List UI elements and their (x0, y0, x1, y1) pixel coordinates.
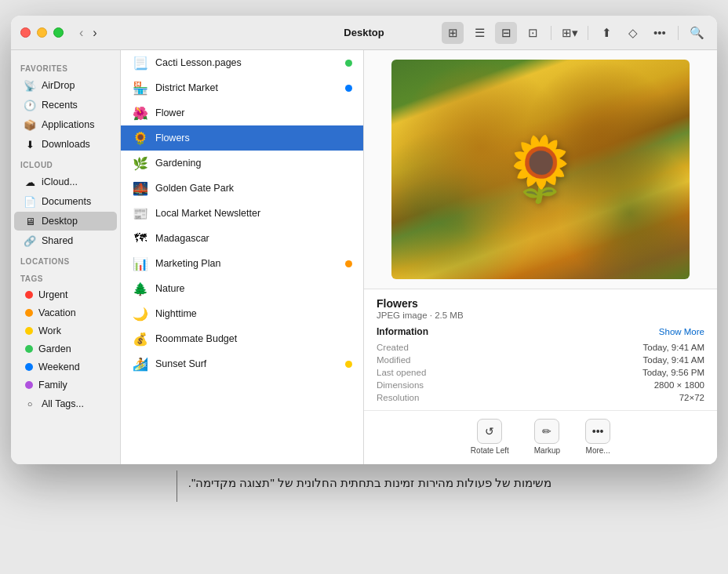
info-section-title: Information (377, 326, 428, 337)
sidebar-item-documents[interactable]: 📄 Documents (14, 192, 117, 211)
file-status-dot (345, 361, 352, 368)
info-label: Modified (377, 355, 410, 365)
file-name: Flowers (155, 133, 352, 144)
group-by-button[interactable]: ⊞▾ (559, 22, 581, 44)
file-item[interactable]: 🗺Madagascar (121, 226, 363, 251)
sidebar-item-label: Shared (42, 235, 73, 246)
list-view-button[interactable]: ☰ (468, 22, 490, 44)
file-item[interactable]: 🌻Flowers (121, 125, 363, 151)
sidebar-item-label: Downloads (42, 139, 90, 150)
file-name: Local Market Newsletter (155, 208, 352, 219)
more-button[interactable]: ••• (649, 22, 671, 44)
file-item[interactable]: 🌙Nighttime (121, 301, 363, 326)
info-header: Information Show More (377, 326, 704, 337)
info-value: Today, 9:41 AM (643, 343, 704, 352)
all-tags-icon: ○ (24, 398, 36, 410)
sidebar-item-airdrop[interactable]: 📡 AirDrop (14, 76, 117, 95)
file-icon: 🌉 (132, 180, 149, 197)
file-item[interactable]: 🏪District Market (121, 75, 363, 100)
file-item[interactable]: 📊Marketing Plan (121, 251, 363, 276)
column-view-button[interactable]: ⊟ (495, 22, 517, 44)
share-button[interactable]: ⬆ (595, 22, 617, 44)
family-tag-dot (25, 381, 33, 389)
toolbar-divider-3 (678, 26, 679, 40)
maximize-button[interactable] (53, 27, 64, 38)
file-item[interactable]: 🌲Nature (121, 276, 363, 301)
file-item[interactable]: 📰Local Market Newsletter (121, 201, 363, 226)
file-list: 📃Cacti Lesson.pages🏪District Market🌺Flow… (121, 50, 364, 464)
icon-view-button[interactable]: ⊞ (442, 22, 464, 44)
file-icon: 🌺 (132, 104, 149, 122)
file-icon: 📊 (132, 255, 149, 272)
sidebar-item-label: Garden (38, 343, 71, 354)
file-name: Roommate Budget (155, 333, 352, 344)
recents-icon: 🕐 (24, 99, 36, 111)
toolbar-divider-2 (588, 26, 588, 40)
file-item[interactable]: 🌺Flower (121, 100, 363, 125)
file-name: Flower (155, 107, 352, 118)
locations-label: Locations (11, 251, 120, 268)
tag-button[interactable]: ◇ (622, 22, 644, 44)
file-item[interactable]: 💰Roommate Budget (121, 326, 363, 351)
sidebar-item-recents[interactable]: 🕐 Recents (14, 96, 117, 114)
file-name: District Market (155, 82, 340, 93)
main-content: Favorites 📡 AirDrop 🕐 Recents 📦 Applicat… (11, 50, 717, 464)
file-icon: 📰 (132, 205, 149, 222)
file-icon: 🌲 (132, 280, 149, 297)
file-status-dot (345, 60, 352, 67)
back-button[interactable]: ‹ (76, 24, 86, 42)
documents-icon: 📄 (24, 195, 36, 208)
show-more-link[interactable]: Show More (659, 327, 704, 336)
traffic-lights (20, 27, 64, 38)
vacation-tag-dot (25, 309, 33, 317)
icloud-icon: ☁ (24, 176, 36, 188)
info-value: 2800 × 1800 (654, 380, 704, 390)
info-label: Dimensions (377, 380, 424, 390)
file-item[interactable]: 🌿Gardening (121, 151, 363, 176)
applications-icon: 📦 (24, 118, 36, 131)
minimize-button[interactable] (37, 27, 47, 38)
airdrop-icon: 📡 (24, 79, 36, 92)
sidebar-item-shared[interactable]: 🔗 Shared (14, 231, 117, 250)
info-value: 72×72 (679, 393, 704, 402)
forward-button[interactable]: › (89, 24, 100, 42)
info-row: CreatedToday, 9:41 AM (377, 341, 704, 354)
file-icon: 🗺 (132, 230, 149, 247)
sidebar-item-applications[interactable]: 📦 Applications (14, 115, 117, 134)
rotate-left-label: Rotate Left (471, 446, 509, 455)
file-status-dot (345, 85, 352, 92)
sidebar-item-weekend[interactable]: Weekend (14, 358, 117, 376)
sidebar-item-vacation[interactable]: Vacation (14, 304, 117, 322)
nav-buttons: ‹ › (76, 24, 100, 42)
shared-icon: 🔗 (24, 234, 36, 247)
file-item[interactable]: 🏄Sunset Surf (121, 351, 363, 376)
info-value: Today, 9:41 AM (643, 355, 704, 365)
sidebar-item-label: Urgent (38, 289, 68, 300)
search-button[interactable]: 🔍 (686, 22, 708, 44)
sidebar-item-downloads[interactable]: ⬇ Downloads (14, 135, 117, 154)
file-item[interactable]: 📃Cacti Lesson.pages (121, 50, 363, 75)
rotate-left-button[interactable]: ↺Rotate Left (471, 419, 509, 455)
file-name: Madagascar (155, 233, 352, 244)
sidebar-item-icloud[interactable]: ☁ iCloud... (14, 173, 117, 191)
close-button[interactable] (20, 27, 31, 38)
sidebar-item-garden[interactable]: Garden (14, 340, 117, 358)
file-name: Marketing Plan (155, 258, 340, 269)
info-label: Resolution (377, 393, 419, 402)
sidebar-item-desktop[interactable]: 🖥 Desktop (14, 212, 117, 231)
more-button[interactable]: •••More... (585, 419, 610, 455)
sidebar-item-label: Documents (42, 196, 91, 207)
sidebar-item-label: Recents (42, 100, 78, 111)
favorites-label: Favorites (11, 58, 120, 75)
file-item[interactable]: 🌉Golden Gate Park (121, 176, 363, 201)
info-rows: CreatedToday, 9:41 AMModifiedToday, 9:41… (377, 341, 704, 404)
sidebar-item-label: Family (38, 380, 67, 391)
sidebar-item-all-tags[interactable]: ○ All Tags... (14, 394, 117, 413)
gallery-view-button[interactable]: ⊡ (522, 22, 544, 44)
sidebar-item-label: Weekend (38, 361, 80, 372)
sidebar-item-urgent[interactable]: Urgent (14, 286, 117, 303)
sidebar-item-label: All Tags... (42, 398, 84, 409)
markup-button[interactable]: ✏Markup (534, 419, 560, 455)
sidebar-item-family[interactable]: Family (14, 376, 117, 394)
sidebar-item-work[interactable]: Work (14, 322, 117, 340)
